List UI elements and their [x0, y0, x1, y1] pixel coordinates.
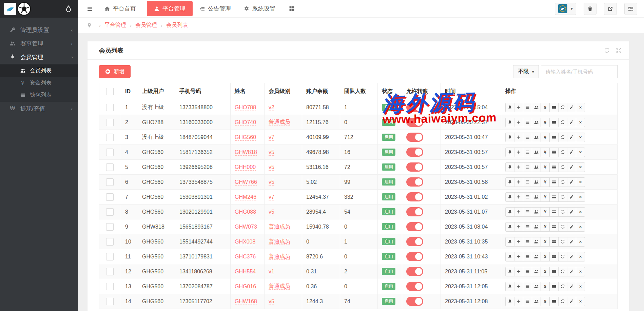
row-checkbox[interactable] — [106, 283, 114, 290]
plus-button[interactable] — [514, 177, 523, 187]
users-button[interactable] — [532, 252, 541, 261]
close-button[interactable]: × — [576, 162, 585, 172]
close-button[interactable]: × — [576, 222, 585, 232]
edit-button[interactable] — [567, 222, 576, 232]
refresh-button[interactable] — [558, 267, 567, 276]
edit-button[interactable] — [567, 252, 576, 261]
card-button[interactable] — [549, 237, 559, 247]
users-button[interactable] — [532, 222, 541, 232]
close-button[interactable]: × — [576, 133, 585, 142]
yen-button[interactable]: ¥ — [541, 252, 550, 261]
users-button[interactable] — [532, 267, 541, 276]
close-button[interactable]: × — [576, 118, 585, 127]
close-button[interactable]: × — [576, 177, 585, 187]
justify-button[interactable] — [523, 267, 532, 276]
plus-button[interactable] — [514, 237, 523, 247]
bell-button[interactable] — [505, 222, 514, 232]
sidebar-item-admin-settings[interactable]: 管理员设置 ‹ — [0, 23, 78, 37]
fullscreen-icon[interactable] — [616, 47, 622, 53]
justify-button[interactable] — [523, 148, 532, 157]
member-name-link[interactable]: GHG016 — [235, 284, 256, 290]
sidebar-item-match-management[interactable]: 赛事管理 ‹ — [0, 37, 78, 50]
transfer-toggle[interactable] — [406, 267, 423, 276]
card-button[interactable] — [549, 133, 559, 142]
row-checkbox[interactable] — [106, 119, 114, 126]
bell-button[interactable] — [505, 148, 514, 157]
member-name-link[interactable]: GHG088 — [235, 209, 256, 215]
card-button[interactable] — [549, 192, 559, 202]
external-link-button[interactable] — [604, 3, 617, 15]
member-level-link[interactable]: v5 — [269, 209, 274, 215]
edit-button[interactable] — [567, 192, 576, 202]
breadcrumb-member-management[interactable]: 会员管理 — [135, 22, 157, 29]
hamburger-menu-icon[interactable] — [87, 6, 93, 12]
trash-button[interactable] — [584, 3, 597, 15]
card-button[interactable] — [549, 103, 559, 112]
member-level-link[interactable]: v7 — [269, 194, 274, 200]
users-button[interactable] — [532, 237, 541, 247]
grid-apps-icon[interactable] — [289, 6, 295, 12]
users-button[interactable] — [532, 282, 541, 291]
yen-button[interactable]: ¥ — [541, 207, 550, 217]
bell-button[interactable] — [505, 133, 514, 142]
card-button[interactable] — [549, 207, 559, 217]
plus-button[interactable] — [514, 267, 523, 276]
close-button[interactable]: × — [576, 267, 585, 276]
plus-button[interactable] — [514, 103, 523, 112]
transfer-toggle[interactable] — [406, 192, 423, 201]
justify-button[interactable] — [523, 103, 532, 112]
yen-button[interactable]: ¥ — [541, 148, 550, 157]
nav-platform-home[interactable]: 平台首页 — [104, 5, 136, 13]
plus-button[interactable] — [514, 162, 523, 172]
refresh-button[interactable] — [558, 252, 567, 261]
yen-button[interactable]: ¥ — [541, 192, 550, 202]
member-level-link[interactable]: v7 — [269, 134, 274, 141]
close-button[interactable]: × — [576, 148, 585, 157]
justify-button[interactable] — [523, 297, 532, 306]
row-checkbox[interactable] — [106, 163, 114, 171]
edit-button[interactable] — [567, 237, 576, 247]
yen-button[interactable]: ¥ — [541, 282, 550, 291]
yen-button[interactable]: ¥ — [541, 297, 550, 306]
transfer-toggle[interactable] — [406, 103, 423, 112]
plus-button[interactable] — [514, 207, 523, 217]
member-name-link[interactable]: GHO740 — [235, 119, 256, 126]
member-name-link[interactable]: GHH000 — [235, 164, 256, 171]
justify-button[interactable] — [523, 118, 532, 127]
row-checkbox[interactable] — [106, 134, 114, 141]
bell-button[interactable] — [505, 267, 514, 276]
member-name-link[interactable]: GHH554 — [235, 269, 256, 275]
refresh-button[interactable] — [558, 162, 567, 172]
plus-button[interactable] — [514, 252, 523, 261]
member-name-link[interactable]: GHC376 — [235, 254, 256, 260]
member-level-link[interactable]: 普通成员 — [269, 238, 290, 245]
member-level-link[interactable]: v2 — [269, 104, 274, 111]
plus-button[interactable] — [514, 148, 523, 157]
plus-button[interactable] — [514, 297, 523, 306]
bell-button[interactable] — [505, 162, 514, 172]
nav-announcement-management[interactable]: 公告管理 — [199, 5, 231, 13]
card-button[interactable] — [549, 282, 559, 291]
card-button[interactable] — [549, 177, 559, 187]
refresh-icon[interactable] — [604, 47, 610, 53]
bell-button[interactable] — [505, 177, 514, 187]
member-level-link[interactable]: v1 — [269, 269, 274, 275]
bell-button[interactable] — [505, 252, 514, 261]
card-button[interactable] — [549, 222, 559, 232]
refresh-button[interactable] — [558, 297, 567, 306]
transfer-toggle[interactable] — [406, 222, 423, 231]
refresh-button[interactable] — [558, 148, 567, 157]
justify-button[interactable] — [523, 222, 532, 232]
edit-button[interactable] — [567, 148, 576, 157]
transfer-toggle[interactable] — [406, 297, 423, 306]
sidebar-item-member-management[interactable]: 会员管理 ‹ — [0, 50, 78, 64]
refresh-button[interactable] — [558, 177, 567, 187]
bell-button[interactable] — [505, 118, 514, 127]
member-level-link[interactable]: 普通成员 — [269, 253, 290, 260]
close-button[interactable]: × — [576, 282, 585, 291]
close-button[interactable]: × — [576, 237, 585, 247]
edit-button[interactable] — [567, 177, 576, 187]
close-button[interactable]: × — [576, 103, 585, 112]
sidebar-item-wallet-list[interactable]: 钱包列表 — [0, 89, 78, 101]
users-button[interactable] — [532, 192, 541, 202]
